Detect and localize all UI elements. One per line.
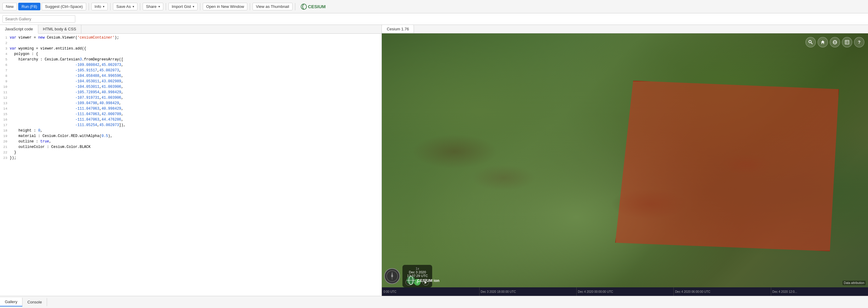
line-number: 12	[1, 95, 10, 101]
separator-3	[140, 3, 140, 10]
info-button[interactable]: Info	[91, 3, 108, 10]
line-content: -111.047063,40.998429,	[10, 106, 123, 111]
view-thumbnail-button[interactable]: View as Thumbnail	[252, 3, 292, 10]
line-number: 8	[1, 73, 10, 79]
code-line: 14 -111.047063,40.998429,	[0, 106, 381, 111]
timeline-tick-3: Dec 4 2020 06:00:00 UTC	[674, 287, 771, 296]
code-line: 1var viewer = new Cesium.Viewer('cesiumC…	[0, 35, 381, 40]
code-line: 7 -105.91517,45.002073,	[0, 68, 381, 73]
line-content: }	[10, 150, 17, 155]
code-line: 15 -111.047063,42.000709,	[0, 111, 381, 117]
tab-html-css[interactable]: HTML body & CSS	[38, 25, 81, 33]
cesium-ion-icon	[406, 276, 416, 285]
search-input[interactable]	[2, 15, 75, 23]
line-content: height : 0,	[10, 128, 42, 133]
line-number: 21	[1, 144, 10, 150]
code-editor-panel: JavaScript code HTML body & CSS 1var vie…	[0, 25, 382, 296]
line-content: -109.080842,45.002073,	[10, 62, 123, 68]
open-new-window-button[interactable]: Open in New Window	[203, 3, 247, 10]
timeline-tick-1: Dec 3 2020 18:00:00 UTC	[479, 287, 576, 296]
share-button[interactable]: Share	[143, 3, 163, 10]
map-panel: Cesium 1.76	[382, 25, 868, 296]
timeline-tick-2: Dec 4 2020 00:00:00 UTC	[576, 287, 674, 296]
svg-point-1	[809, 40, 811, 43]
line-number: 19	[1, 133, 10, 139]
map-layers-button[interactable]	[842, 37, 852, 47]
run-button[interactable]: Run (F8)	[18, 3, 40, 10]
playback-speed: 1x	[405, 267, 429, 270]
code-line: 3var wyoming = viewer.entities.add({	[0, 46, 381, 51]
code-line: 12 -107.919731,41.003906,	[0, 95, 381, 101]
line-content: -111.047063,42.000709,	[10, 111, 123, 117]
home-icon	[820, 40, 825, 45]
line-content: -104.058488,44.996596,	[10, 73, 123, 79]
line-content: -104.053011,41.003906,	[10, 84, 123, 90]
separator-1	[89, 3, 89, 10]
line-number: 3	[1, 46, 10, 51]
code-area[interactable]: 1var viewer = new Cesium.Viewer('cesiumC…	[0, 34, 381, 296]
code-line: 6 -109.080842,45.002073,	[0, 62, 381, 68]
line-number: 7	[1, 68, 10, 73]
line-content: -111.047063,44.476286,	[10, 117, 123, 122]
line-number: 17	[1, 122, 10, 128]
separator-7	[295, 3, 295, 10]
cesium-logo-button[interactable]: CESIUM	[298, 2, 329, 11]
code-line: 20 outline : true,	[0, 139, 381, 144]
code-line: 19 material : Cesium.Color.RED.withAlpha…	[0, 133, 381, 139]
playback-date: Dec 3 2020	[405, 270, 429, 274]
line-number: 14	[1, 106, 10, 111]
bottom-panel: Gallery Console	[0, 296, 868, 308]
data-attribution[interactable]: Data attribution	[842, 281, 866, 285]
timeline[interactable]: 0:00 UTC Dec 3 2020 18:00:00 UTC Dec 4 2…	[382, 287, 868, 296]
editor-tabs: JavaScript code HTML body & CSS	[0, 25, 381, 34]
tab-gallery[interactable]: Gallery	[0, 298, 23, 306]
tab-javascript[interactable]: JavaScript code	[0, 25, 38, 34]
cesium-map-tab[interactable]: Cesium 1.76	[382, 25, 414, 33]
line-content: -105.728954,40.998429,	[10, 90, 123, 95]
toolbar: New Run (F8) Suggest (Ctrl–Space) Info S…	[0, 0, 868, 13]
line-number: 9	[1, 79, 10, 84]
search-gallery-area	[0, 13, 868, 25]
svg-point-0	[301, 4, 307, 9]
tab-console[interactable]: Console	[23, 298, 47, 306]
globe-icon	[833, 40, 837, 45]
separator-6	[250, 3, 250, 10]
code-line: 17 -111.05254,45.002073]),	[0, 122, 381, 128]
map-viewport[interactable]: ? 1x Dec 3 2020 12:37:29 UTC	[382, 33, 868, 296]
timeline-tick-4: Dec 4 2020 12:0...	[771, 287, 868, 296]
line-content: -107.919731,41.003906,	[10, 95, 123, 101]
line-number: 5	[1, 57, 10, 62]
map-search-button[interactable]	[805, 37, 816, 47]
main-area: JavaScript code HTML body & CSS 1var vie…	[0, 25, 868, 296]
line-content: material : Cesium.Color.RED.withAlpha(0.…	[10, 133, 112, 139]
code-line: 23});	[0, 155, 381, 161]
search-icon	[808, 40, 813, 45]
map-globe-button[interactable]	[830, 37, 840, 47]
map-help-button[interactable]: ?	[854, 37, 864, 47]
cesium-label: CESIUM	[308, 4, 326, 9]
code-line: 2	[0, 40, 381, 46]
suggest-button[interactable]: Suggest (Ctrl–Space)	[41, 3, 86, 10]
save-as-button[interactable]: Save As	[113, 3, 137, 10]
line-number: 20	[1, 139, 10, 144]
code-line: 22 }	[0, 150, 381, 155]
compass[interactable]	[384, 268, 400, 284]
timeline-tick-0: 0:00 UTC	[382, 287, 479, 296]
line-number: 1	[1, 35, 10, 40]
map-home-button[interactable]	[817, 37, 828, 47]
line-number: 4	[1, 51, 10, 57]
cesium-icon	[301, 4, 307, 10]
line-number: 2	[1, 40, 10, 46]
line-content: -105.91517,45.002073,	[10, 68, 121, 73]
line-number: 23	[1, 155, 10, 161]
line-content: });	[10, 155, 17, 161]
wyoming-polygon	[615, 81, 839, 252]
new-button[interactable]: New	[2, 3, 17, 10]
code-line: 11 -105.728954,40.998429,	[0, 90, 381, 95]
import-gist-button[interactable]: Import Gist	[168, 3, 198, 10]
line-number: 10	[1, 84, 10, 90]
line-content: -111.05254,45.002073]),	[10, 122, 126, 128]
cesium-ion-logo: CESIUM ion	[406, 276, 439, 285]
line-content: var wyoming = viewer.entities.add({	[10, 46, 86, 51]
svg-line-2	[811, 43, 813, 44]
